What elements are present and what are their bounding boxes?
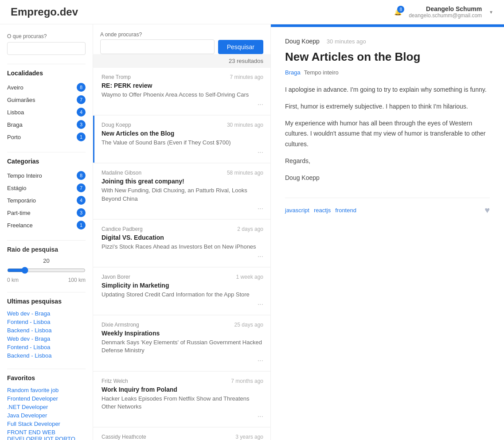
- article-time: 25 days ago: [234, 322, 263, 328]
- detail-city-tag: Braga: [285, 69, 301, 76]
- favorite-link[interactable]: Full Stack Developer: [7, 420, 86, 428]
- article-more-icon: ···: [102, 413, 263, 421]
- range-value: 20: [7, 257, 86, 264]
- sidebar-category-item[interactable]: Temporário4: [7, 194, 86, 206]
- article-meta: Fritz Welch 7 months ago: [102, 378, 263, 384]
- article-title: Joining this great company!: [102, 178, 263, 185]
- sidebar-location-item[interactable]: Guimarães7: [7, 93, 86, 106]
- favorite-link[interactable]: Random favorite job: [7, 386, 86, 394]
- article-item[interactable]: Madaline Gibson 58 minutes ago Joining t…: [93, 164, 270, 218]
- article-item[interactable]: Dixie Armstrong 25 days ago Weekly Inspi…: [93, 315, 270, 370]
- recent-search-link[interactable]: Web dev - Braga: [7, 309, 86, 318]
- logo-text: Emprego: [11, 6, 57, 18]
- recent-search-link[interactable]: Backend - Lisboa: [7, 351, 86, 360]
- recent-search-links: Web dev - BragaFontend - LisboaBackend -…: [7, 309, 86, 360]
- favorite-link[interactable]: Frontend Developer: [7, 394, 86, 403]
- range-max: 100 km: [68, 277, 86, 283]
- article-author: Javon Borer: [102, 274, 130, 280]
- notification-icon[interactable]: 🔔 8: [394, 8, 402, 16]
- article-list: Rene Tromp 7 minutes ago RE: PERK review…: [93, 68, 270, 440]
- detail-tag-link[interactable]: reactjs: [314, 207, 331, 214]
- search-what-input[interactable]: [7, 42, 86, 55]
- category-badge: 7: [77, 183, 86, 192]
- detail-tags-row: Braga Tempo inteiro: [285, 69, 490, 76]
- recent-searches-section: Ultimas pesquisas Web dev - BragaFontend…: [7, 298, 86, 360]
- range-slider[interactable]: [7, 267, 86, 274]
- category-name: Estágio: [7, 185, 26, 191]
- article-item[interactable]: Cassidy Heathcote 3 years ago Job Propos…: [93, 428, 270, 440]
- categories-title: Categorias: [7, 158, 86, 165]
- user-info: Deangelo Schumm deangelo.schumm@gmail.co…: [409, 5, 482, 19]
- recent-search-link[interactable]: Fontend - Lisboa: [7, 318, 86, 326]
- category-name: Tempo Inteiro: [7, 172, 42, 179]
- article-meta: Cassidy Heathcote 3 years ago: [102, 434, 263, 440]
- detail-panel: Doug Koepp 30 minutes ago New Articles o…: [270, 24, 504, 440]
- sidebar-category-item[interactable]: Estágio7: [7, 182, 86, 194]
- article-preview: Pizzi's Stock Races Ahead as Investors B…: [102, 243, 263, 251]
- location-name: Braga: [7, 121, 23, 128]
- article-more-icon: ···: [102, 300, 263, 308]
- article-item[interactable]: Candice Padberg 2 days ago Digital VS. E…: [93, 220, 270, 267]
- article-author: Dixie Armstrong: [102, 322, 139, 328]
- sidebar-category-item[interactable]: Freelance1: [7, 219, 86, 231]
- favorite-link[interactable]: .NET Developer: [7, 403, 86, 411]
- article-time: 7 minutes ago: [230, 74, 263, 80]
- article-preview: Hacker Leaks Episodes From Netflix Show …: [102, 395, 263, 411]
- recent-search-link[interactable]: Fontend - Lisboa: [7, 343, 86, 351]
- location-badge: 8: [77, 83, 86, 92]
- range-section: Raio de pesquisa 20 0 km 100 km: [7, 246, 86, 283]
- detail-footer: javascriptreactjsfrontend ♥: [285, 198, 490, 215]
- sidebar-location-item[interactable]: Aveiro8: [7, 81, 86, 93]
- results-count: 23 resultados: [93, 54, 270, 68]
- article-more-icon: ···: [102, 205, 263, 213]
- article-author: Fritz Welch: [102, 378, 128, 384]
- article-item[interactable]: Fritz Welch 7 months ago Work Inquiry fr…: [93, 372, 270, 427]
- sidebar-category-item[interactable]: Tempo Inteiro8: [7, 169, 86, 182]
- detail-tag-link[interactable]: frontend: [335, 207, 356, 214]
- article-more-icon: ···: [102, 357, 263, 365]
- notification-badge: 8: [397, 6, 404, 13]
- search-button[interactable]: Pesquisar: [218, 40, 263, 54]
- sidebar-location-item[interactable]: Porto1: [7, 131, 86, 143]
- detail-tag-link[interactable]: javascript: [285, 207, 309, 214]
- favorite-button[interactable]: ♥: [484, 205, 490, 215]
- article-more-icon: ···: [102, 101, 263, 109]
- detail-body-paragraph: Doug Koepp: [285, 173, 490, 183]
- sidebar-category-item[interactable]: Part-time3: [7, 206, 86, 219]
- detail-author: Doug Koepp: [285, 38, 320, 45]
- favorite-link[interactable]: Java Developer: [7, 411, 86, 420]
- recent-search-link[interactable]: Web dev - Braga: [7, 335, 86, 343]
- article-meta: Dixie Armstrong 25 days ago: [102, 322, 263, 328]
- article-item[interactable]: Doug Koepp 30 minutes ago New Articles o…: [93, 116, 270, 163]
- article-author: Cassidy Heathcote: [102, 434, 146, 440]
- locations-title: Localidades: [7, 70, 86, 77]
- location-badge: 1: [77, 132, 86, 141]
- main-layout: O que procuras? Localidades Aveiro8Guima…: [0, 24, 504, 440]
- chevron-down-icon[interactable]: ▼: [489, 10, 493, 15]
- article-preview: Waymo to Offer Phoenix Area Access to Se…: [102, 91, 263, 99]
- recent-searches-title: Ultimas pesquisas: [7, 298, 86, 305]
- category-badge: 4: [77, 196, 86, 205]
- article-title: Weekly Inspirations: [102, 330, 263, 337]
- location-badge: 7: [77, 95, 86, 104]
- range-min: 0 km: [7, 277, 19, 283]
- detail-body-paragraph: My experience with humor has all been th…: [285, 118, 490, 150]
- article-meta: Madaline Gibson 58 minutes ago: [102, 170, 263, 176]
- article-item[interactable]: Rene Tromp 7 minutes ago RE: PERK review…: [93, 68, 270, 115]
- middle-column: A onde procuras? Pesquisar 23 resultados…: [93, 24, 270, 440]
- location-name: Aveiro: [7, 84, 23, 91]
- article-author: Rene Tromp: [102, 74, 131, 80]
- article-title: RE: PERK review: [102, 82, 263, 89]
- article-time: 3 years ago: [235, 434, 263, 440]
- sidebar-location-item[interactable]: Braga3: [7, 118, 86, 131]
- search-where-label: A onde procuras?: [100, 31, 215, 38]
- location-badge: 4: [77, 108, 86, 117]
- article-item[interactable]: Javon Borer 1 week ago Simplicity in Mar…: [93, 268, 270, 315]
- sidebar-location-item[interactable]: Lisboa4: [7, 106, 86, 118]
- location-name: Lisboa: [7, 109, 24, 116]
- search-where-input[interactable]: [100, 39, 215, 54]
- recent-search-link[interactable]: Backend - Lisboa: [7, 326, 86, 335]
- user-name: Deangelo Schumm: [409, 5, 482, 12]
- logo[interactable]: Emprego.dev: [11, 6, 78, 18]
- favorite-link[interactable]: FRONT END WEB DEVELOPER IOT PORTO: [7, 428, 86, 440]
